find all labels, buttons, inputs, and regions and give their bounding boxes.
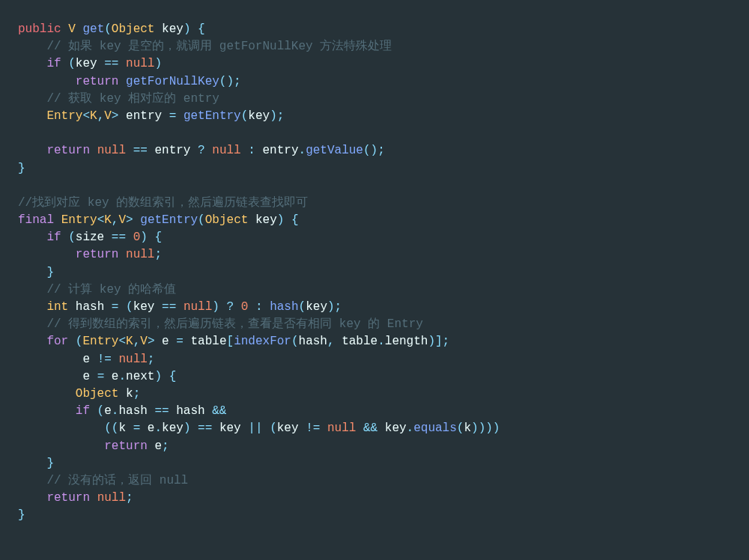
ident-hash: hash	[118, 404, 154, 418]
semicolon: ;	[126, 491, 133, 505]
paren-open: (	[61, 231, 76, 244]
op-eq: ==	[112, 231, 126, 244]
arg-key: key	[248, 109, 270, 123]
angle-open: <	[97, 213, 105, 227]
null-literal: null	[184, 300, 212, 314]
type-V: V	[104, 109, 112, 123]
paren-close: )	[327, 300, 335, 314]
keyword-return: return	[104, 439, 148, 453]
paren-close: )	[140, 231, 148, 244]
paren-close: )	[277, 213, 285, 227]
type-Entry: Entry	[46, 109, 82, 123]
paren-open: (	[104, 22, 112, 36]
brace-open: {	[148, 231, 162, 244]
fn-get: get	[82, 22, 104, 36]
space	[176, 300, 184, 314]
paren-open: (	[457, 421, 464, 435]
paren-open: (	[126, 300, 133, 314]
space	[190, 421, 198, 435]
paren-open: (	[198, 213, 205, 227]
semicolon: ;	[277, 109, 285, 123]
keyword-if: if	[46, 231, 61, 244]
paren-open: (	[61, 57, 76, 70]
paren-close: )	[226, 75, 234, 88]
keyword-return: return	[46, 491, 90, 505]
type-Object: Object	[76, 387, 119, 401]
ident-length: length	[385, 335, 428, 348]
op-ternary-q: ?	[198, 144, 205, 157]
space	[263, 421, 270, 435]
space	[126, 231, 133, 244]
op-eq: ==	[133, 144, 148, 157]
brace-close: }	[46, 266, 54, 279]
null-literal: null	[97, 144, 126, 157]
comment: // 获取 key 相对应的 entry	[46, 92, 219, 106]
ident-next: next	[126, 370, 154, 383]
space	[118, 57, 126, 70]
angle-close: >	[126, 213, 133, 227]
type-K: K	[90, 109, 97, 123]
dot: .	[299, 144, 306, 157]
null-literal: null	[126, 248, 154, 261]
type-K: K	[104, 213, 112, 227]
space	[248, 300, 255, 314]
bracket-open: [	[227, 335, 234, 348]
space	[118, 300, 126, 314]
keyword-public: public	[18, 22, 61, 36]
arg-hash: hash	[299, 335, 327, 348]
semicolon: ;	[234, 75, 241, 88]
paren-close: )	[471, 421, 479, 435]
angle-open: <	[82, 109, 90, 123]
fn-getForNullKey: getForNullKey	[126, 75, 219, 88]
keyword-if: if	[46, 57, 61, 70]
type-Entry: Entry	[82, 335, 118, 348]
ident-e: e	[82, 353, 97, 366]
type-V: V	[118, 213, 126, 227]
space	[133, 213, 141, 227]
brace-close: }	[46, 457, 54, 470]
param-key: key	[154, 22, 183, 36]
arg-k: k	[464, 421, 471, 435]
comment: // 如果 key 是空的，就调用 getForNullKey 方法特殊处理	[46, 40, 392, 53]
comment: //找到对应 key 的数组索引，然后遍历链表查找即可	[18, 196, 308, 210]
semicolon: ;	[377, 144, 385, 157]
paren-close: )	[270, 109, 277, 123]
paren-open: (	[68, 335, 82, 348]
space	[234, 300, 241, 314]
ident-k: k	[118, 387, 133, 401]
paren-close: )	[493, 421, 500, 435]
comma: ,	[97, 109, 105, 123]
op-ternary-colon: :	[248, 144, 255, 157]
paren-open: (	[270, 421, 277, 435]
semicolon: ;	[154, 248, 162, 261]
semicolon: ;	[335, 300, 342, 314]
dot: .	[154, 421, 162, 435]
ident-e: e	[82, 370, 97, 383]
comma: ,	[133, 335, 141, 348]
op-assign: =	[169, 109, 177, 123]
ident-key: key	[277, 421, 306, 435]
paren-open: (	[241, 109, 249, 123]
keyword-return: return	[46, 144, 90, 157]
space	[176, 109, 184, 123]
num-zero: 0	[133, 231, 141, 244]
fn-equals: equals	[413, 421, 457, 435]
dot: .	[118, 370, 126, 383]
op-and: &&	[363, 421, 377, 435]
paren-open: (	[112, 421, 119, 435]
op-ne: !=	[97, 353, 112, 366]
op-eq: ==	[104, 57, 118, 70]
space	[118, 75, 126, 88]
null-literal: null	[126, 57, 154, 70]
paren-close: )	[154, 370, 162, 383]
semicolon: ;	[133, 387, 141, 401]
ident: entry	[148, 144, 198, 157]
space	[205, 144, 213, 157]
space	[126, 144, 133, 157]
comment: // 计算 key 的哈希值	[46, 283, 176, 296]
keyword-if: if	[76, 404, 90, 418]
op-or: ||	[248, 421, 262, 435]
ident-hash: hash	[68, 300, 112, 314]
space	[219, 300, 227, 314]
comment: // 没有的话，返回 null	[46, 474, 188, 487]
